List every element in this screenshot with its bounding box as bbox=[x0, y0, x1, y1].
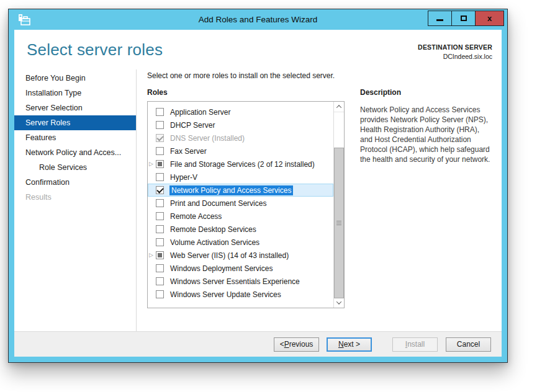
checkbox-dhcp-server[interactable] bbox=[156, 121, 164, 129]
role-row-windows-deployment-services[interactable]: Windows Deployment Services bbox=[148, 262, 333, 275]
role-row-web-server-iis[interactable]: ▷ Web Server (IIS) (14 of 43 installed) bbox=[148, 249, 333, 262]
intro-text: Select one or more roles to install on t… bbox=[147, 71, 493, 80]
role-row-windows-server-essentials[interactable]: Windows Server Essentials Experience bbox=[148, 275, 333, 288]
sidebar-item-results: Results bbox=[14, 190, 136, 205]
page-title: Select server roles bbox=[27, 40, 163, 60]
destination-server-label: DESTINATION SERVER bbox=[418, 43, 492, 51]
window-title: Add Roles and Features Wizard bbox=[199, 15, 317, 24]
checkbox-remote-access[interactable] bbox=[156, 212, 164, 220]
scroll-up-icon bbox=[336, 105, 341, 110]
roles-list-label: Roles bbox=[147, 88, 345, 97]
role-row-remote-access[interactable]: Remote Access bbox=[148, 210, 333, 223]
footer-bar: < Previous Next > Install Cancel bbox=[14, 331, 502, 357]
role-row-network-policy-access[interactable]: Network Policy and Access Services bbox=[148, 184, 333, 197]
sidebar-item-server-selection[interactable]: Server Selection bbox=[14, 100, 136, 115]
checkbox-file-storage-services[interactable] bbox=[156, 160, 164, 168]
role-row-volume-activation-services[interactable]: Volume Activation Services bbox=[148, 236, 333, 249]
role-row-hyper-v[interactable]: Hyper-V bbox=[148, 171, 333, 184]
next-button[interactable]: Next > bbox=[327, 337, 372, 352]
wizard-window: Add Roles and Features Wizard x Select s… bbox=[8, 9, 508, 363]
page-header: Select server roles DESTINATION SERVER D… bbox=[14, 30, 502, 60]
minimize-button[interactable] bbox=[428, 11, 452, 26]
destination-server-name: DCIndeed.six.loc bbox=[418, 53, 492, 60]
install-button: Install bbox=[392, 337, 438, 352]
checkbox-hyper-v[interactable] bbox=[156, 173, 164, 181]
close-icon: x bbox=[487, 14, 492, 22]
destination-server-block: DESTINATION SERVER DCIndeed.six.loc bbox=[418, 40, 492, 60]
checkbox-print-document-services[interactable] bbox=[156, 199, 164, 207]
minimize-icon bbox=[436, 19, 443, 21]
checkbox-application-server[interactable] bbox=[156, 108, 164, 116]
checkbox-windows-deployment-services[interactable] bbox=[156, 264, 164, 272]
role-row-application-server[interactable]: Application Server bbox=[148, 105, 333, 118]
checkbox-windows-server-update-services[interactable] bbox=[156, 290, 164, 298]
checkbox-network-policy-access[interactable] bbox=[156, 186, 164, 194]
expand-icon[interactable]: ▷ bbox=[149, 161, 156, 167]
sidebar-item-server-roles[interactable]: Server Roles bbox=[14, 115, 136, 130]
sidebar-item-installation-type[interactable]: Installation Type bbox=[14, 86, 136, 100]
wizard-steps-sidebar: Before You Begin Installation Type Serve… bbox=[14, 69, 137, 331]
sidebar-item-network-policy[interactable]: Network Policy and Acces... bbox=[14, 145, 136, 160]
role-row-windows-server-update-services[interactable]: Windows Server Update Services bbox=[148, 288, 333, 301]
sidebar-item-role-services[interactable]: Role Services bbox=[14, 160, 136, 175]
checkbox-web-server-iis[interactable] bbox=[156, 251, 164, 259]
checkbox-dns-server bbox=[156, 134, 164, 142]
checkbox-fax-server[interactable] bbox=[156, 147, 164, 155]
checkbox-windows-server-essentials[interactable] bbox=[156, 277, 164, 285]
description-text: Network Policy and Access Services provi… bbox=[360, 105, 493, 164]
sidebar-item-before-you-begin[interactable]: Before You Begin bbox=[14, 71, 136, 86]
description-title: Description bbox=[360, 88, 493, 97]
roles-listbox: Application Server DHCP Server bbox=[147, 101, 345, 308]
description-panel: Description Network Policy and Access Se… bbox=[360, 88, 493, 308]
close-button[interactable]: x bbox=[475, 11, 504, 26]
checkbox-volume-activation-services[interactable] bbox=[156, 238, 164, 246]
maximize-icon bbox=[461, 16, 467, 21]
scroll-down-button[interactable] bbox=[334, 297, 344, 308]
role-row-dhcp-server[interactable]: DHCP Server bbox=[148, 118, 333, 131]
roles-list: Application Server DHCP Server bbox=[148, 102, 333, 308]
expand-icon[interactable]: ▷ bbox=[149, 252, 156, 258]
cancel-button[interactable]: Cancel bbox=[446, 337, 491, 352]
previous-button[interactable]: < Previous bbox=[274, 337, 319, 352]
wizard-toolbox-icon bbox=[17, 13, 32, 27]
role-row-print-document-services[interactable]: Print and Document Services bbox=[148, 197, 333, 210]
main-panel: Select one or more roles to install on t… bbox=[137, 69, 502, 331]
scroll-up-button[interactable] bbox=[334, 102, 344, 112]
maximize-button[interactable] bbox=[451, 11, 476, 26]
role-row-remote-desktop-services[interactable]: Remote Desktop Services bbox=[148, 223, 333, 236]
titlebar[interactable]: Add Roles and Features Wizard x bbox=[9, 9, 507, 30]
role-row-file-storage-services[interactable]: ▷ File and Storage Services (2 of 12 ins… bbox=[148, 158, 333, 171]
role-row-dns-server[interactable]: DNS Server (Installed) bbox=[148, 131, 333, 145]
role-row-fax-server[interactable]: Fax Server bbox=[148, 145, 333, 158]
sidebar-item-features[interactable]: Features bbox=[14, 130, 136, 145]
scrollbar-thumb[interactable] bbox=[334, 148, 344, 298]
scrollbar-track[interactable] bbox=[334, 112, 344, 297]
sidebar-item-confirmation[interactable]: Confirmation bbox=[14, 175, 136, 190]
scroll-down-icon bbox=[336, 299, 341, 304]
checkbox-remote-desktop-services[interactable] bbox=[156, 225, 164, 233]
window-controls: x bbox=[428, 11, 504, 26]
client-area: Select server roles DESTINATION SERVER D… bbox=[14, 30, 502, 357]
roles-scrollbar bbox=[333, 102, 344, 308]
